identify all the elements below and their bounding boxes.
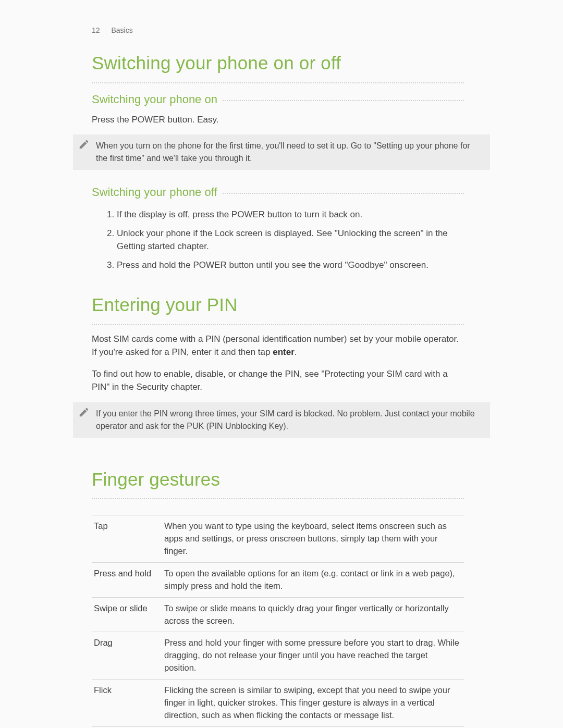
section-title-gestures: Finger gestures <box>92 466 464 493</box>
table-row: Press and holdTo open the available opti… <box>92 562 464 597</box>
off-steps-list: If the display is off, press the POWER b… <box>92 208 464 272</box>
pin-para-2: To find out how to enable, disable, or c… <box>92 367 464 394</box>
gesture-desc: Press and hold your finger with some pre… <box>162 632 464 680</box>
gesture-term: Press and hold <box>92 562 162 597</box>
chapter-name: Basics <box>111 26 132 34</box>
gesture-desc: To open the available options for an ite… <box>162 562 464 597</box>
table-row: DragPress and hold your finger with some… <box>92 632 464 680</box>
dotted-fill <box>223 100 464 101</box>
sub-title-off: Switching your phone off <box>92 183 217 201</box>
sub-title-on: Switching your phone on <box>92 91 217 108</box>
page-number: 12 <box>92 26 100 34</box>
gesture-term: Tap <box>92 515 162 563</box>
gesture-term: Drag <box>92 632 162 680</box>
gesture-term: Flick <box>92 680 162 727</box>
gesture-table: TapWhen you want to type using the keybo… <box>92 515 464 728</box>
running-header: 12 Basics <box>92 25 563 36</box>
subsection-off: Switching your phone off If the display … <box>92 183 464 272</box>
section-switching: Switching your phone on or off Switching… <box>92 50 464 126</box>
manual-page: 12 Basics Switching your phone on or off… <box>0 0 563 728</box>
table-row: TapWhen you want to type using the keybo… <box>92 515 464 563</box>
table-row: Swipe or slideTo swipe or slide means to… <box>92 597 464 632</box>
subsection-off-header: Switching your phone off <box>92 183 464 201</box>
note-text: When you turn on the phone for the first… <box>96 141 470 163</box>
divider <box>92 82 464 83</box>
pencil-icon <box>78 406 90 418</box>
pin-para-1: Most SIM cards come with a PIN (personal… <box>92 332 464 359</box>
divider <box>92 498 464 499</box>
table-row: FlickFlicking the screen is similar to s… <box>92 680 464 727</box>
section-pin: Entering your PIN Most SIM cards come wi… <box>92 286 464 394</box>
subsection-on-header: Switching your phone on <box>92 91 464 108</box>
note-box-pin: If you enter the PIN wrong three times, … <box>73 402 490 438</box>
pin-para-bold: enter <box>273 347 295 357</box>
gesture-desc: Flicking the screen is similar to swipin… <box>162 680 464 727</box>
list-item: Unlock your phone if the Lock screen is … <box>117 227 464 253</box>
pencil-icon <box>78 139 90 150</box>
gesture-desc: To swipe or slide means to quickly drag … <box>162 597 464 632</box>
section-gestures: Finger gestures TapWhen you want to type… <box>92 451 464 729</box>
note-box-setup: When you turn on the phone for the first… <box>73 134 490 170</box>
divider <box>92 324 464 325</box>
note-text: If you enter the PIN wrong three times, … <box>96 409 475 430</box>
dotted-fill <box>223 193 464 194</box>
sub-on-body: Press the POWER button. Easy. <box>92 113 464 127</box>
gesture-term: Swipe or slide <box>92 597 162 632</box>
gesture-desc: When you want to type using the keyboard… <box>162 515 464 563</box>
list-item: If the display is off, press the POWER b… <box>117 208 464 221</box>
section-title: Switching your phone on or off <box>92 50 464 77</box>
section-title-pin: Entering your PIN <box>92 291 464 319</box>
pin-para-1b: . <box>295 347 297 357</box>
list-item: Press and hold the POWER button until yo… <box>117 258 464 272</box>
